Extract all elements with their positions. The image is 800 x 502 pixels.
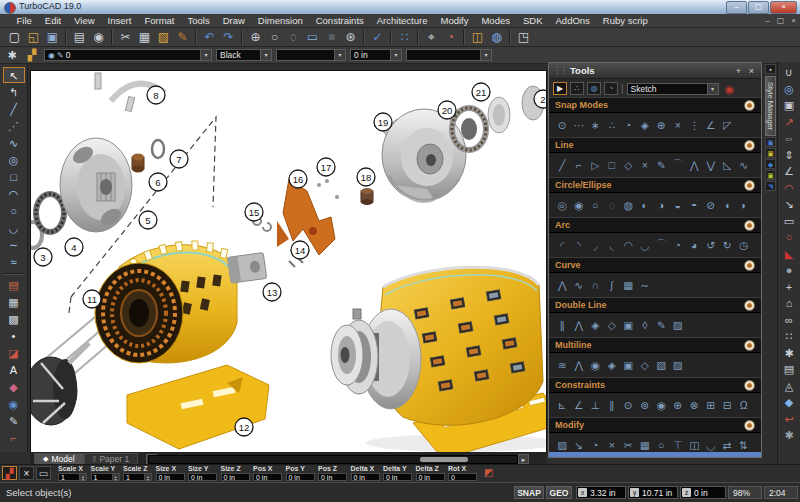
section-expand-button[interactable] <box>744 380 755 391</box>
mouse-options-icon[interactable]: ⌖ <box>422 29 441 45</box>
modify-copy-icon[interactable]: ▦ <box>637 439 654 451</box>
snap-vertex-icon[interactable]: ◈ <box>637 119 654 131</box>
constraint-perpendicular-icon[interactable]: ⊥ <box>587 399 604 411</box>
line-rectangle-icon[interactable]: □ <box>604 159 621 171</box>
arc-cw-icon[interactable]: ↻ <box>719 239 736 251</box>
constraint-coincident-icon[interactable]: ⊾ <box>554 399 571 411</box>
arc-tangent-icon[interactable]: ◠ <box>620 239 637 251</box>
constraint-tangent-icon[interactable]: ⊚ <box>637 399 654 411</box>
section-header-double-line[interactable]: Double Line <box>549 297 761 313</box>
zoom-in-icon[interactable]: ⊕ <box>246 29 265 45</box>
copy-icon[interactable]: ▦ <box>135 29 154 45</box>
undo-icon[interactable]: ↶ <box>200 29 219 45</box>
horizontal-scrollbar-thumb[interactable] <box>420 457 468 462</box>
menu-sdk[interactable]: SDK <box>516 15 549 26</box>
snap-midpoint-icon[interactable]: ∗ <box>587 119 604 131</box>
snap-aperture-icon[interactable]: ◸ <box>719 119 736 131</box>
menu-modes[interactable]: Modes <box>475 15 517 26</box>
format-painter-icon[interactable]: ✎ <box>173 29 192 45</box>
modify-trim-icon[interactable]: ✂ <box>620 439 637 451</box>
section-expand-button[interactable] <box>744 260 755 271</box>
print-icon[interactable]: ▤ <box>70 29 89 45</box>
layer-stack-icon[interactable]: ▤ <box>779 361 799 378</box>
curve-bezier-icon[interactable]: ⋀ <box>554 279 571 291</box>
palette-resize-edge[interactable] <box>549 452 761 457</box>
arc-3point-icon[interactable]: ◟ <box>604 239 621 251</box>
ellipse-right-icon[interactable]: ◑ <box>653 199 670 211</box>
double-line-rotated-icon[interactable]: ◊ <box>637 319 654 331</box>
arc-center-radius-icon[interactable]: ◜ <box>554 239 571 251</box>
clear-selection-icon[interactable]: × <box>19 466 34 480</box>
dim-horizontal-icon[interactable]: ⇔ <box>779 130 799 147</box>
line-single-icon[interactable]: ╱ <box>554 159 571 171</box>
section-expand-button[interactable] <box>744 140 755 151</box>
section-expand-button[interactable] <box>744 340 755 351</box>
modify-shrink-icon[interactable]: ▨ <box>554 439 571 451</box>
modify-t-meet-icon[interactable]: ⊤ <box>670 439 687 451</box>
constraint-concentric-icon[interactable]: ⊙ <box>620 399 637 411</box>
zoom-level[interactable]: 98% <box>728 486 762 499</box>
field-pos-x-input[interactable]: 0 in <box>253 473 282 481</box>
menu-file[interactable]: File <box>10 15 38 26</box>
style-preset-green-icon[interactable]: ▣ <box>765 170 776 180</box>
section-header-curve[interactable]: Curve <box>549 257 761 273</box>
snap-intersection-icon[interactable]: ⊕ <box>653 119 670 131</box>
menu-draw[interactable]: Draw <box>216 15 251 26</box>
circle-center-radius-icon[interactable]: ◎ <box>554 199 571 211</box>
menu-format[interactable]: Format <box>138 15 181 26</box>
field-scale-y-input[interactable]: 1▴▾ <box>91 473 120 481</box>
minimize-button[interactable]: – <box>726 1 747 14</box>
arc-upper-icon[interactable]: ◠ <box>3 186 25 202</box>
line-angular-icon[interactable]: ⌐ <box>571 159 588 171</box>
group-icon[interactable]: ▦ <box>3 294 25 310</box>
menu-dimension[interactable]: Dimension <box>251 15 309 26</box>
curve-fit-icon[interactable]: ∫ <box>604 279 621 291</box>
sketch-3d-icon[interactable]: ✎ <box>3 413 25 429</box>
sketch-combo-dropdown-icon[interactable]: ▾ <box>707 84 718 94</box>
spinner-icon[interactable]: ▴▾ <box>144 474 151 480</box>
arc-elliptical-icon[interactable]: ◷ <box>736 239 753 251</box>
section-expand-button[interactable] <box>744 220 755 231</box>
style-preset-blue-icon[interactable]: ▣ <box>765 137 776 147</box>
modify-rotate-icon[interactable]: ◔ <box>587 439 604 451</box>
cabinet-icon[interactable]: ⌂ <box>779 295 799 312</box>
menu-view[interactable]: View <box>68 15 101 26</box>
symbols-icon[interactable]: ◆ <box>3 379 25 395</box>
red-vector-icon[interactable]: ↗ <box>779 114 799 131</box>
new-file-icon[interactable]: ▢ <box>5 29 24 45</box>
multiline-polygon-icon[interactable]: ◈ <box>604 359 621 371</box>
frame-icon[interactable]: ▭ <box>779 213 799 230</box>
style-preset-blue2-icon[interactable]: ◆ <box>765 159 776 169</box>
double-line-hatch-icon[interactable]: ▨ <box>670 319 687 331</box>
center-mark-icon[interactable]: ◎ <box>779 81 799 98</box>
double-line-irregular-icon[interactable]: ◇ <box>604 319 621 331</box>
coord-y-field[interactable]: y10.71 in <box>628 486 678 499</box>
double-line-perpendicular-icon[interactable]: ✎ <box>653 319 670 331</box>
macro-record-icon[interactable]: ◉ <box>722 82 738 96</box>
arc-double-point-icon[interactable]: ◞ <box>587 239 604 251</box>
mdi-restore-icon[interactable]: ▢ <box>777 14 785 28</box>
brush-style-combo[interactable]: ▾ <box>406 49 492 61</box>
modify-array-icon[interactable]: ⇅ <box>736 439 753 451</box>
tab-model[interactable]: ◆ Model <box>34 453 84 465</box>
brush-style-dropdown-icon[interactable]: ▾ <box>480 50 491 60</box>
style-manager-tab[interactable]: Style Manager <box>765 76 776 136</box>
constraint-midpoint-icon[interactable]: ⊕ <box>670 399 687 411</box>
pen-color-combo[interactable]: Black ▾ <box>216 49 272 61</box>
line-tangent-down-icon[interactable]: ⋁ <box>703 159 720 171</box>
multiline-pen-icon[interactable]: ▧ <box>653 359 670 371</box>
menu-modify[interactable]: Modify <box>434 15 475 26</box>
zoom-window-icon[interactable]: ○ <box>265 29 284 45</box>
select-window-icon[interactable]: ▭ <box>303 29 322 45</box>
profile-icon[interactable]: ⌐ <box>3 430 25 446</box>
no-preview-icon[interactable]: ▭ <box>36 466 51 480</box>
pen-color-dropdown-icon[interactable]: ▾ <box>260 50 271 60</box>
modify-split-icon[interactable]: ◫ <box>686 439 703 451</box>
render-mode-icon[interactable]: ◍ <box>587 82 601 95</box>
multiline-circle-icon[interactable]: ◉ <box>587 359 604 371</box>
snap-indicator-icon[interactable]: ∴ <box>570 82 584 95</box>
hatch-image-icon[interactable]: ▤ <box>3 277 25 293</box>
modify-move-icon[interactable]: ↘ <box>571 439 588 451</box>
curve-spline-icon[interactable]: ∿ <box>571 279 588 291</box>
field-size-y-input[interactable]: 0 in <box>188 473 217 481</box>
